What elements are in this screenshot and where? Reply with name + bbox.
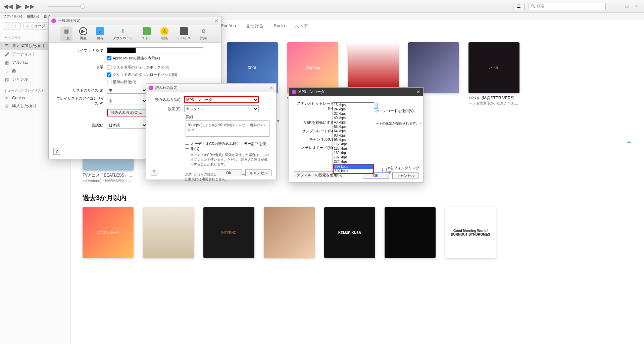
sidebar-item-label: ジャンル [12,77,28,82]
bitrate-option[interactable]: 56 kbps [333,125,374,129]
prefs-tab-label: 再生 [80,36,87,41]
bitrate-option[interactable]: 192 kbps [333,155,374,159]
nav-forward-button[interactable]: 〉 [12,22,21,30]
itunes-icon [51,18,56,23]
album-art [143,207,194,258]
dialog-titlebar: MP3エンコーダ ✕ [289,88,423,96]
album-card[interactable] [143,207,194,260]
help-button[interactable]: ? [53,148,60,155]
album-card[interactable]: バベルバベル (M@STER VERSIO…一ノ瀬志希 (CV: 藍原ことみ) … [468,42,519,106]
window-minimize-button[interactable]: — [613,3,622,10]
prefs-tab-label: 詳細 [200,36,207,41]
album-card[interactable] [385,207,436,260]
album-card[interactable]: Good Morning World! BURNOUT SYNDROMES [445,207,496,260]
prefs-tab-store[interactable]: ストア [140,27,154,41]
prefs-tab-sharing[interactable]: ♪共有 [94,27,106,41]
dialog-title: MP3エンコーダ [298,89,325,94]
bitrate-option[interactable]: 160 kbps [333,151,374,155]
media-type-dropdown[interactable]: ♪ ミュージ [23,22,48,30]
tab-radio[interactable]: Radio [274,23,285,29]
album-art: バベル [468,42,519,93]
list-view-button[interactable]: ☰ [513,3,525,10]
prefs-tab-restrictions[interactable]: ⚠制限 [158,27,170,41]
menu-file[interactable]: ファイル(F) [3,14,22,19]
grid-badge-checkbox[interactable]: グリッド表示のダウンロードバッジ(G) [107,72,177,77]
cancel-button[interactable]: キャンセル [392,172,418,179]
album-card[interactable]: KEMURIKUSA [324,207,375,260]
tab-browse[interactable]: 見つける [246,23,263,29]
prefs-tab-general[interactable]: ▦一般 [60,27,72,41]
error-correction-checkbox[interactable]: オーディオCDの読み込み時にエラー訂正を使用(U) [185,141,269,151]
bitrate-option[interactable]: 112 kbps [333,142,374,146]
library-name-label: ライブラリ名(N): [56,48,107,53]
album-card[interactable]: INFERNO [203,207,254,260]
prefs-tab-playback[interactable]: ▶再生 [77,27,89,41]
dialog-titlebar: 読み込み設定 ✕ [146,84,276,92]
volume-slider[interactable] [48,6,85,7]
import-settings-button[interactable]: 読み込み設定(O)… [107,109,146,116]
bitrate-option[interactable]: 64 kbps [333,129,374,133]
album-art [408,42,459,93]
bitrate-option[interactable]: 40 kbps [333,116,374,120]
album-art [385,207,436,258]
sharing-icon: ♪ [96,27,104,35]
prev-track-button[interactable]: ◀◀ [3,3,13,10]
tab-store[interactable]: ストア [295,23,308,29]
bitrate-option[interactable]: 224 kbps [333,159,374,164]
bitrate-option[interactable]: 80 kbps [333,133,374,138]
album-card[interactable]: エプロンボーイ [83,207,134,260]
channel-label: チャンネル(C): [296,137,336,142]
bitrate-option[interactable]: 256 kbps [334,164,373,169]
prefs-tab-label: 共有 [97,36,103,41]
next-track-button[interactable]: ▶▶ [25,3,35,10]
prefs-tab-devices[interactable]: デバイス [175,27,193,41]
nav-back-button[interactable]: 〈 [3,22,11,30]
window-maximize-button[interactable]: ▢ [623,3,631,10]
search-input[interactable]: 🔍 検索 [529,3,606,10]
import-setting-select[interactable]: カスタム… [184,105,259,112]
help-button[interactable]: ? [151,169,157,176]
playlist-icon-select[interactable]: 中 [107,98,147,104]
close-icon[interactable]: ✕ [269,85,274,91]
cancel-button[interactable]: キャンセル [245,169,271,176]
prefs-tab-downloads[interactable]: ⬇ダウンロード [111,27,135,41]
tab-for-you[interactable]: For You [221,23,236,29]
window-close-button[interactable]: ✕ [632,3,641,10]
language-select[interactable]: 日本語 [107,122,147,129]
album-art: KEMURIKUSA [324,207,375,258]
menu-edit[interactable]: 編集(E) [27,14,39,19]
cloud-download-icon[interactable]: ☁ [626,138,631,145]
list-size-select[interactable]: 中 [107,87,147,94]
album-row: エプロンボーイ INFERNO KEMURIKUSA Good Morning … [83,207,632,260]
rate-note-text: ートの設定が使用されます。） [376,121,423,126]
list-checkbox[interactable]: リスト表示のチェックボックス(K) [107,65,169,70]
search-icon: 🔍 [531,4,536,8]
bitrate-option[interactable]: 320 kbps [334,169,373,173]
checkbox-label: グリッド表示のダウンロードバッジ(G) [113,72,177,77]
play-button[interactable]: ▶ [16,2,22,11]
sidebar-item-label: アーティスト [12,51,36,57]
import-method-select[interactable]: MP3エンコーダ [184,96,259,103]
device-icon [180,27,188,35]
library-name-input[interactable] [136,47,203,53]
prefs-tab-advanced[interactable]: ⚙詳細 [197,27,209,41]
encode-suffix-text: のエンコードを使用(V) [376,108,414,113]
apple-music-checkbox[interactable]: Apple Musicの機能を表示(A) [107,56,160,61]
bitrate-option[interactable]: 32 kbps [333,111,374,116]
ok-button[interactable]: OK [216,169,242,176]
itunes-icon [149,86,153,90]
close-icon[interactable]: ✕ [416,89,420,95]
bitrate-option[interactable]: 96 kbps [333,138,374,142]
checkbox-label: オーディオCDの読み込み時にエラー訂正を使用(U) [191,141,269,151]
genius-icon: ⚛ [4,96,9,100]
close-icon[interactable]: ✕ [214,18,218,23]
view-label: 表示: [56,65,107,70]
bitrate-option[interactable]: 24 kbps [333,107,374,111]
album-card[interactable] [264,207,315,260]
bitrate-option[interactable]: 48 kbps [333,120,374,125]
star-rating-checkbox[interactable]: 星印の評価(R) [107,80,136,85]
library-name-input-hidden[interactable] [107,47,136,53]
bitrate-option[interactable]: 128 kbps [333,146,374,151]
bitrate-option[interactable]: 16 kbps [333,103,374,107]
album-art: Good Morning World! BURNOUT SYNDROMES [445,207,496,258]
